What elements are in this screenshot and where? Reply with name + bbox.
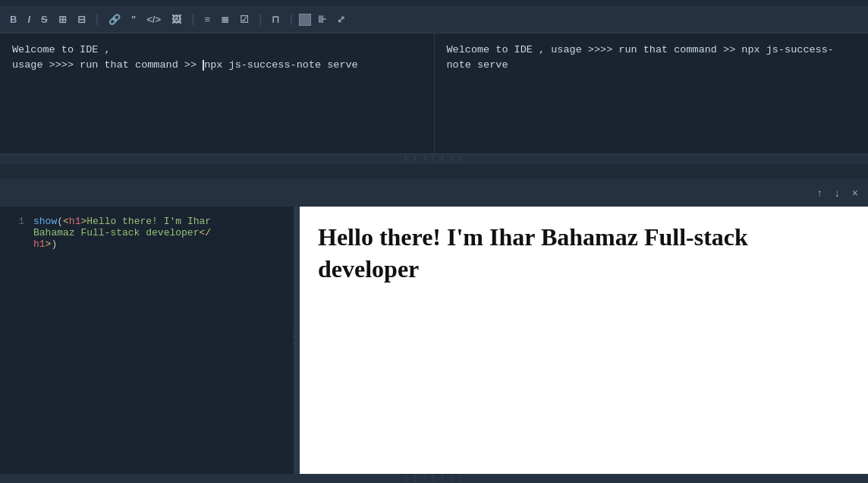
bottom-toolbar: ↑ ↓ × [0,179,868,207]
line-number-1: 1 [6,216,24,227]
editor-toolbar: B I S ⊞ ⊟ | 🔗 " </> 🖼 | ≡ ≣ ☑ | ⊓ | ⊪ ⤢ [0,6,868,33]
editor-right-line2: note serve [447,58,857,73]
image-button[interactable]: 🖼 [168,13,185,26]
column-button[interactable]: ⊪ [314,13,330,26]
expand-button[interactable]: ⤢ [333,13,349,26]
ol-button[interactable]: ≣ [217,13,233,26]
resize-handle[interactable]: ⋮⋮ [294,207,297,474]
check-button[interactable]: ☑ [236,13,253,26]
code-tag-h1: h1 [69,216,81,227]
ul-button[interactable]: ≡ [200,13,214,26]
italic-button[interactable]: I [24,13,34,26]
scroll-dots: ⋮⋮⋮⋮⋮⋮⋮ [402,155,466,164]
code-h1-close: h1 [33,238,46,250]
code-panel[interactable]: 1 show(<h1>Hello there! I'm Ihar Bahamaz… [0,207,300,474]
code-paren-close: ) [51,238,57,250]
code-content-1: show(<h1>Hello there! I'm Ihar [33,216,291,227]
scroll-up-button[interactable]: ↑ [813,185,826,200]
editor-left-line2: usage >>>> run that command >> npx js-su… [12,58,422,73]
scroll-down-button[interactable]: ↓ [831,185,844,200]
quote-button[interactable]: " [127,13,140,26]
separator2: | [190,14,196,26]
editor-right-line1: Welcome to IDE , usage >>>> run that com… [447,43,857,58]
preview-panel: Hello there! I'm Ihar Bahamaz Full-stack… [300,207,868,474]
bottom-scroll-dots: ⋮⋮⋮⋮⋮⋮⋮ [402,474,466,483]
bottom-editor-section: ↑ ↓ × 1 show(<h1>Hello there! I'm Ihar B… [0,179,868,483]
separator1: | [94,14,100,26]
bold-button[interactable]: B [6,13,20,26]
link-button[interactable]: 🔗 [105,13,124,26]
code-line-3: h1>) [0,238,297,250]
top-scrollbar-row: ⋮⋮⋮⋮⋮⋮⋮ [0,155,868,164]
middle-gap [0,164,868,179]
code-paren-open: ( [57,216,63,227]
editor-split-view: Welcome to IDE , usage >>>> run that com… [0,33,868,155]
preview-heading: Hello there! I'm Ihar Bahamaz Full-stack… [318,222,850,285]
strikethrough-button[interactable]: S [37,13,52,26]
editor-left-panel[interactable]: Welcome to IDE , usage >>>> run that com… [0,33,435,153]
close-panel-button[interactable]: × [848,185,862,200]
code-string-text2: Bahamaz Full-stack developer [33,227,199,238]
top-editor-section: B I S ⊞ ⊟ | 🔗 " </> 🖼 | ≡ ≣ ☑ | ⊓ | ⊪ ⤢ … [0,0,868,164]
code-line-1: 1 show(<h1>Hello there! I'm Ihar [0,216,297,227]
code-close-tag: </ [199,227,211,238]
editor-right-panel: Welcome to IDE , usage >>>> run that com… [435,33,869,153]
resize-dots-icon: ⋮⋮ [292,333,299,348]
code-line-2: Bahamaz Full-stack developer</ [0,227,297,238]
code-function: show [33,216,57,227]
code-string-text: Hello there! I'm Ihar [86,216,211,227]
code-tag-bracket: < [63,216,69,227]
code-button[interactable]: </> [143,13,165,26]
separator3: | [257,14,263,26]
code-content-2: Bahamaz Full-stack developer</ [33,227,291,238]
bottom-split-view: 1 show(<h1>Hello there! I'm Ihar Bahamaz… [0,207,868,474]
table-button[interactable]: ⊞ [55,13,71,26]
separator4: | [288,14,294,26]
table2-button[interactable]: ⊟ [74,13,90,26]
code-content-3: h1>) [33,238,291,250]
block-button[interactable]: ⊓ [268,13,283,26]
editor-left-line1: Welcome to IDE , [12,43,422,58]
color-swatch[interactable] [299,14,311,26]
bottom-scrollbar-row: ⋮⋮⋮⋮⋮⋮⋮ [0,474,868,483]
